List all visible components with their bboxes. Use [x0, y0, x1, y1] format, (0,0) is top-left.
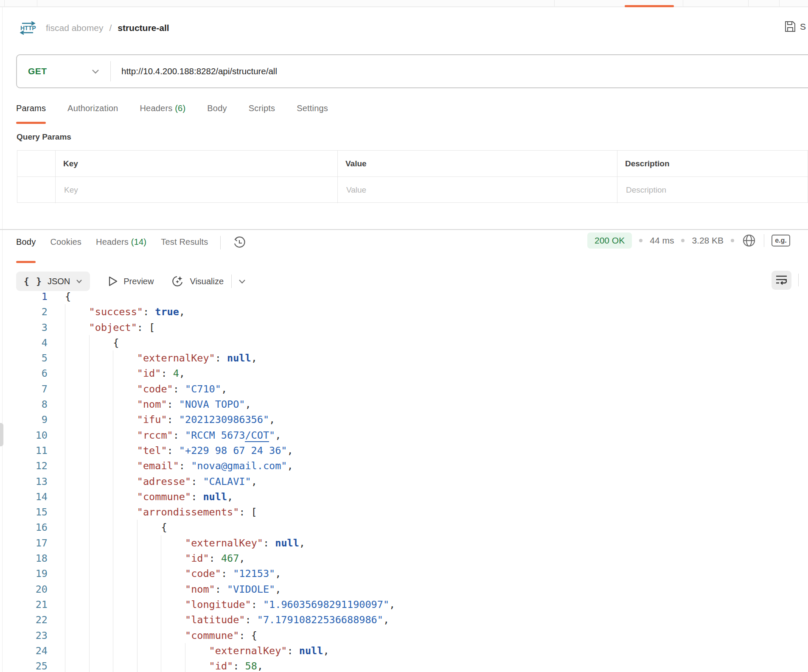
tab-test-results[interactable]: Test Results: [161, 237, 208, 249]
indent-guide: [137, 551, 137, 566]
code-line: 15"arrondissements": [: [0, 504, 808, 520]
code-line: 20"nom": "VIDOLE",: [0, 582, 808, 597]
visualize-button[interactable]: Visualize: [171, 275, 224, 288]
token-p: ,: [179, 367, 185, 379]
token-p: ,: [287, 445, 293, 456]
token-p: ,: [323, 645, 329, 657]
code-line: 1{: [0, 289, 808, 304]
param-value-input[interactable]: [345, 185, 605, 195]
line-number: 10: [0, 428, 48, 443]
indent-guide: [161, 551, 161, 566]
code-text: "arrondissements": [: [137, 504, 257, 520]
code-text: "object": [: [89, 320, 155, 335]
indent-guide: [113, 489, 113, 504]
response-size[interactable]: 3.28 KB: [692, 235, 724, 246]
meta-dot: [731, 239, 734, 242]
token-p: ,: [257, 660, 263, 672]
line-number: 1: [0, 289, 48, 304]
chevron-down-icon: [76, 279, 82, 283]
code-text: "commune": null,: [137, 489, 233, 504]
preview-button[interactable]: Preview: [108, 276, 154, 287]
indent-guide: [137, 520, 137, 535]
indent-guide: [113, 643, 113, 658]
indent-guide: [65, 658, 65, 672]
tab-count-badge: (6): [175, 104, 185, 113]
tab-settings[interactable]: Settings: [297, 104, 328, 115]
indent-guide: [65, 397, 65, 412]
line-number: 21: [0, 597, 48, 612]
code-line: 2"success": true,: [0, 304, 808, 319]
indent-guide: [65, 335, 65, 350]
indent-guide: [89, 397, 90, 412]
indent-guide: [113, 658, 113, 672]
status-badge[interactable]: 200 OK: [587, 232, 632, 249]
param-key-input[interactable]: [63, 185, 325, 195]
tab-response-headers[interactable]: Headers (14): [96, 237, 146, 249]
code-line: 16{: [0, 520, 808, 535]
tab-response-body[interactable]: Body: [16, 237, 36, 249]
indent-guide: [113, 582, 113, 597]
code-line: 24"externalKey": null,: [0, 643, 808, 658]
code-line: 6"id": 4,: [0, 366, 808, 381]
code-line: 25"id": 58,: [0, 658, 808, 672]
response-body-editor[interactable]: 1{2"success": true,3"object": [4{5"exter…: [0, 289, 808, 672]
token-p: :: [161, 367, 173, 379]
code-text: "id": 467,: [185, 551, 245, 566]
tab-scripts[interactable]: Scripts: [249, 104, 275, 115]
token-k: "email": [137, 460, 179, 472]
line-number: 3: [0, 320, 48, 335]
tab-headers[interactable]: Headers (6): [140, 104, 185, 115]
line-number: 5: [0, 350, 48, 366]
code-text: "ifu": "2021230986356",: [137, 412, 275, 427]
line-number: 17: [0, 535, 48, 551]
tab-label: Scripts: [249, 104, 275, 113]
format-selector[interactable]: { } JSON: [16, 272, 90, 291]
indent-guide: [89, 582, 90, 597]
breadcrumb-collection[interactable]: fiscad abomey: [46, 23, 103, 33]
method-label: GET: [28, 66, 47, 76]
url-input[interactable]: [111, 66, 808, 76]
response-meta: 200 OK 44 ms 3.28 KB e.g.: [587, 232, 790, 249]
line-number: 12: [0, 458, 48, 473]
breadcrumb: HTTP fiscad abomey / structure-all: [19, 20, 169, 36]
tabbar-separator: [683, 0, 683, 6]
code-text: "adresse": "CALAVI",: [137, 474, 257, 489]
code-text: "longitude": "1.96035698291190097",: [185, 597, 395, 612]
tab-params[interactable]: Params: [16, 104, 46, 115]
column-header-label: Value: [345, 159, 367, 168]
tab-body[interactable]: Body: [207, 104, 227, 115]
network-globe-icon[interactable]: [741, 233, 757, 248]
indent-guide: [65, 520, 65, 535]
tab-authorization[interactable]: Authorization: [67, 104, 118, 115]
indent-guide: [65, 628, 65, 643]
response-history-icon[interactable]: [233, 236, 246, 249]
line-number: 11: [0, 443, 48, 458]
tab-label: Cookies: [50, 237, 81, 246]
line-number: 23: [0, 628, 48, 643]
response-time[interactable]: 44 ms: [650, 235, 674, 246]
select-all-cell: [17, 151, 56, 177]
indent-guide: [89, 412, 90, 427]
line-number: 18: [0, 551, 48, 566]
response-section-divider[interactable]: [0, 229, 808, 230]
param-description-input[interactable]: [625, 185, 800, 195]
indent-guide: [113, 350, 113, 366]
more-formats-chevron-icon[interactable]: [238, 279, 246, 284]
save-button[interactable]: S: [784, 20, 806, 33]
wrap-text-button[interactable]: [772, 271, 791, 290]
line-number: 20: [0, 582, 48, 597]
indent-guide: [137, 582, 137, 597]
indent-guide: [161, 597, 161, 612]
token-k: "code": [185, 568, 221, 580]
indent-guide: [89, 597, 90, 612]
save-as-example-button[interactable]: e.g.: [772, 235, 790, 246]
indent-guide: [65, 458, 65, 473]
method-selector[interactable]: GET: [17, 66, 110, 76]
indent-guide: [113, 366, 113, 381]
tab-active-underline: [16, 261, 36, 263]
indent-guide: [89, 335, 90, 350]
indent-guide: [89, 643, 90, 658]
token-p: : [: [137, 322, 155, 333]
tab-response-cookies[interactable]: Cookies: [50, 237, 81, 249]
indent-guide: [65, 350, 65, 366]
